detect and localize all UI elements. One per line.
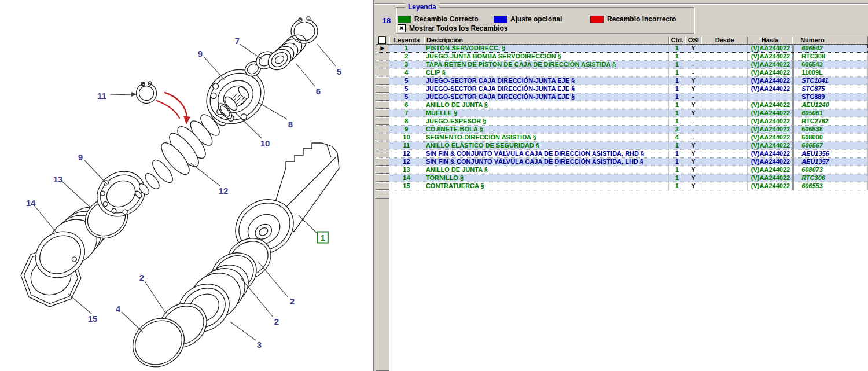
row-selector[interactable]: [376, 69, 389, 76]
row-selector[interactable]: [376, 126, 389, 133]
cell-numero: 608073: [792, 166, 868, 174]
row-selector[interactable]: [376, 117, 389, 125]
row-selector[interactable]: [376, 101, 389, 109]
cell-leyenda: 7: [389, 109, 424, 117]
table-row[interactable]: 8JUEGO-ESPESOR §1-(V)AA244022RTC2762: [376, 117, 868, 126]
cell-hasta: (V)AA244022: [748, 77, 792, 85]
row-selector[interactable]: [376, 53, 389, 60]
cell-descripcion: CLIP §: [424, 69, 669, 76]
cell-hasta: (V)AA244022: [748, 117, 792, 125]
row-selector[interactable]: [376, 93, 389, 101]
cell-desde: [701, 101, 748, 109]
cell-ctd: 1: [669, 61, 685, 68]
select-all-checkbox[interactable]: [378, 36, 386, 44]
row-selector[interactable]: ▶: [376, 45, 389, 52]
table-row[interactable]: 5JUEGO-SECTOR CAJA DIRECCIÓN-JUNTA EJE §…: [376, 85, 868, 93]
cell-ctd: 1: [669, 53, 685, 60]
table-row[interactable]: 15CONTRATUERCA §1Y(V)AA244022606553: [376, 182, 868, 190]
cell-ctd: 1: [669, 69, 685, 76]
cell-osi: Y: [685, 166, 701, 174]
legend-item-label: Recambio incorrecto: [607, 15, 676, 23]
row-selector[interactable]: [376, 85, 389, 93]
cell-hasta: (V)AA244022: [748, 85, 792, 93]
row-selector[interactable]: [376, 158, 389, 166]
cell-leyenda: 1: [389, 45, 424, 52]
show-all-parts-label: Mostrar Todos los Recambios: [409, 24, 507, 32]
table-row[interactable]: 12SIN FIN & CONJUNTO VÁLVULA CAJA DE DIR…: [376, 158, 868, 166]
cell-desde: [701, 126, 748, 133]
row-selector[interactable]: [376, 61, 389, 68]
table-row[interactable]: 9COJINETE-BOLA §2-(V)AA244022606538: [376, 126, 868, 134]
parts-list-panel: 18 Leyenda Recambio Correcto Ajuste opci…: [373, 0, 868, 371]
table-row[interactable]: 7MUELLE §1Y(V)AA244022605061: [376, 109, 868, 117]
cell-desde: [701, 150, 748, 157]
cell-desde: [701, 61, 748, 68]
row-selector[interactable]: [376, 109, 389, 117]
table-row[interactable]: ▶1PISTÓN-SERVODIRECC. §1Y(V)AA2440226065…: [376, 45, 868, 53]
col-header-osi[interactable]: OSI: [685, 36, 701, 44]
col-header-ctd[interactable]: Ctd.: [669, 36, 685, 44]
table-row[interactable]: 4CLIP §1-(V)AA24402211009L: [376, 69, 868, 77]
cell-numero: RTC308: [792, 53, 868, 60]
cell-osi: Y: [685, 109, 701, 117]
table-row[interactable]: 14TORNILLO §1Y(V)AA244022RTC306: [376, 174, 868, 182]
cell-ctd: 1: [669, 85, 685, 93]
current-record-arrow-icon: ▶: [381, 46, 385, 51]
cell-desde: [701, 85, 748, 93]
row-selector[interactable]: [376, 134, 389, 141]
table-body: ▶1PISTÓN-SERVODIRECC. §1Y(V)AA2440226065…: [376, 45, 868, 190]
table-row[interactable]: 5JUEGO-SECTOR CAJA DIRECCIÓN-JUNTA EJE §…: [376, 93, 868, 101]
table-header: Leyenda Descripción Ctd. OSI Desde Hasta…: [376, 36, 868, 45]
table-row[interactable]: 10SEGMENTO-DIRECCIÓN ASISTIDA §4-(V)AA24…: [376, 134, 868, 142]
legend-item-label: Recambio Correcto: [414, 15, 479, 23]
row-selector[interactable]: [376, 182, 389, 190]
cell-numero: 606542: [792, 45, 868, 52]
legend-item-label: Ajuste opcional: [510, 15, 562, 23]
table-row[interactable]: 5JUEGO-SECTOR CAJA DIRECCIÓN-JUNTA EJE §…: [376, 77, 868, 85]
table-row[interactable]: 3TAPA-RETÉN DE PISTON DE CAJA DE DIRECCI…: [376, 61, 868, 69]
cell-osi: Y: [685, 158, 701, 166]
legend-title: Leyenda: [406, 3, 439, 11]
incorrect-color-swatch: [590, 16, 604, 23]
cell-descripcion: ANILLO DE JUNTA §: [424, 166, 669, 174]
cell-hasta: (V)AA244022: [748, 174, 792, 182]
cell-descripcion: JUEGO-ESPESOR §: [424, 117, 669, 125]
cell-osi: -: [685, 126, 701, 133]
table-row[interactable]: 6ANILLO DE JUNTA §1Y(V)AA244022AEU1240: [376, 101, 868, 109]
cell-osi: Y: [685, 85, 701, 93]
col-header-desde[interactable]: Desde: [701, 36, 748, 44]
select-all-header-cell[interactable]: [376, 36, 389, 44]
cell-ctd: 1: [669, 77, 685, 85]
parts-table: Leyenda Descripción Ctd. OSI Desde Hasta…: [376, 36, 868, 371]
row-selector[interactable]: [376, 166, 389, 174]
cell-descripcion: SIN FIN & CONJUNTO VÁLVULA CAJA DE DIREC…: [424, 150, 669, 157]
cell-osi: -: [685, 69, 701, 76]
table-row[interactable]: 13ANILLO DE JUNTA §1Y(V)AA244022608073: [376, 166, 868, 174]
legend-item-optional: Ajuste opcional: [494, 15, 562, 23]
table-row[interactable]: 11ANILLO ELÁSTICO DE SEGURIDAD §1Y(V)AA2…: [376, 142, 868, 150]
legend-groupbox: Leyenda Recambio Correcto Ajuste opciona…: [396, 7, 694, 34]
col-header-descripcion[interactable]: Descripción: [424, 36, 669, 44]
table-row[interactable]: 12SIN FIN & CONJUNTO VÁLVULA CAJA DE DIR…: [376, 150, 868, 158]
cell-descripcion: PISTÓN-SERVODIRECC. §: [424, 45, 669, 52]
cell-ctd: 1: [669, 142, 685, 149]
col-header-numero[interactable]: Número: [792, 36, 868, 44]
cell-hasta: (V)AA244022: [748, 61, 792, 68]
row-selector[interactable]: [376, 77, 389, 85]
legend-item-correct: Recambio Correcto: [398, 15, 479, 23]
row-selector[interactable]: [376, 150, 389, 157]
parts-catalog-window: 795611810913121412224153 18 Leyenda Reca…: [0, 0, 868, 371]
cell-desde: [701, 182, 748, 190]
cell-osi: -: [685, 93, 701, 101]
cell-leyenda: 15: [389, 182, 424, 190]
table-row[interactable]: 2JUEGO-JUNTA BOMBA SERVODIRECCIÓN §1-(V)…: [376, 53, 868, 61]
col-header-leyenda[interactable]: Leyenda: [389, 36, 424, 44]
row-selector[interactable]: [376, 142, 389, 149]
cell-desde: [701, 77, 748, 85]
col-header-hasta[interactable]: Hasta: [748, 36, 792, 44]
cell-numero: 606543: [792, 61, 868, 68]
cell-ctd: 1: [669, 109, 685, 117]
cell-descripcion: JUEGO-JUNTA BOMBA SERVODIRECCIÓN §: [424, 53, 669, 60]
show-all-parts-checkbox[interactable]: ✕: [398, 24, 406, 32]
row-selector[interactable]: [376, 174, 389, 182]
